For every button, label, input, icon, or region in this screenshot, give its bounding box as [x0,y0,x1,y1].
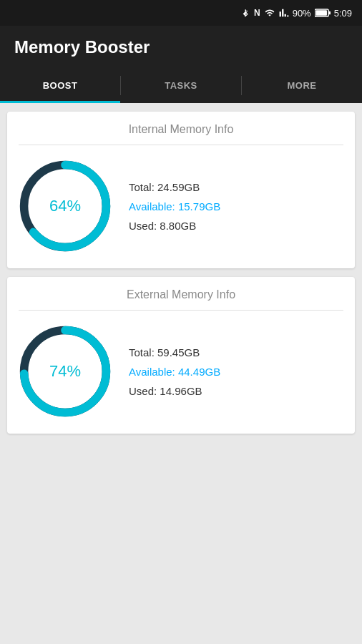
external-percent: 74% [49,362,81,381]
battery-text: 90% [293,8,311,19]
tab-tasks[interactable]: TASKS [121,70,241,101]
external-memory-info: Total: 59.45GB Available: 44.49GB Used: … [129,346,220,397]
internal-available: Available: 15.79GB [129,200,220,213]
battery-icon [315,8,331,18]
external-available: Available: 44.49GB [129,366,220,378]
external-total: Total: 59.45GB [129,346,220,358]
external-memory-donut: 74% [19,325,112,418]
svg-rect-2 [315,10,327,15]
tab-boost[interactable]: BOOST [0,70,120,101]
external-memory-card: External Memory Info 74% Total: 59.45GB … [7,277,355,434]
tab-bar: BOOST TASKS MORE [0,70,362,103]
internal-percent: 64% [49,197,81,215]
bluetooth-icon [240,8,250,18]
app-header: Memory Booster [0,26,362,70]
external-memory-title: External Memory Info [19,288,343,311]
time-text: 5:09 [334,8,352,19]
internal-memory-info: Total: 24.59GB Available: 15.79GB Used: … [129,181,220,232]
external-memory-body: 74% Total: 59.45GB Available: 44.49GB Us… [19,321,343,422]
external-used: Used: 14.96GB [129,385,220,397]
internal-memory-donut: 64% [19,160,112,253]
status-icons: N 90% 5:09 [240,8,352,19]
tab-more[interactable]: MORE [242,70,362,101]
internal-memory-title: Internal Memory Info [19,123,343,145]
svg-rect-1 [328,11,331,15]
nfc-icon: N [254,8,260,18]
wifi-icon [264,8,275,18]
internal-memory-card: Internal Memory Info 64% Total: 24.59GB … [7,112,355,268]
internal-total: Total: 24.59GB [129,181,220,193]
app-title: Memory Booster [14,37,150,57]
content-area: Internal Memory Info 64% Total: 24.59GB … [0,103,362,442]
internal-used: Used: 8.80GB [129,220,220,232]
status-bar: N 90% 5:09 [0,0,362,26]
signal-icon [279,8,289,18]
internal-memory-body: 64% Total: 24.59GB Available: 15.79GB Us… [19,155,343,257]
